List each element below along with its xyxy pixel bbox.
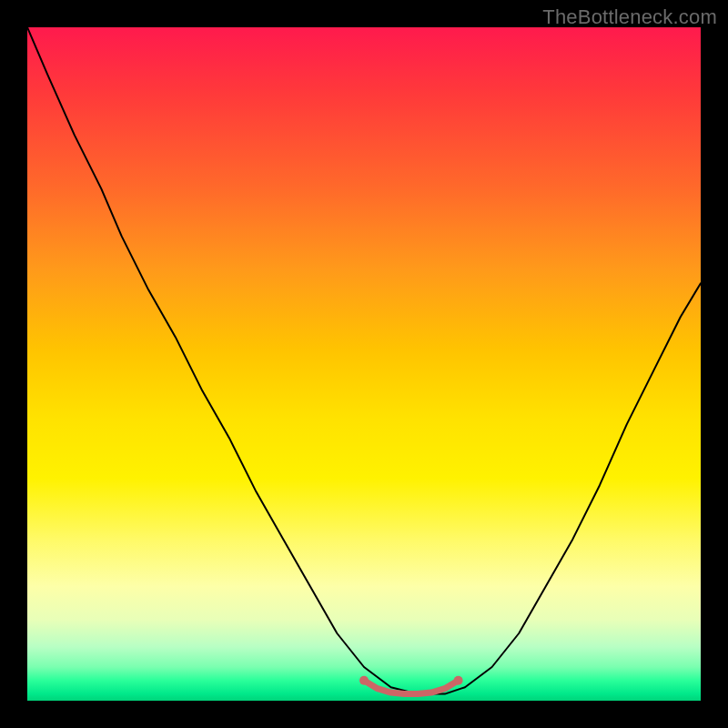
series-optimal-band xyxy=(364,681,459,694)
chart-frame: TheBottleneck.com xyxy=(0,0,728,728)
series-group xyxy=(27,27,701,694)
plot-area xyxy=(27,27,701,701)
chart-svg xyxy=(27,27,701,701)
marker-optimal-right-dot xyxy=(454,676,463,685)
watermark-text: TheBottleneck.com xyxy=(542,5,717,29)
marker-optimal-left-dot xyxy=(359,676,369,685)
series-bottleneck-curve xyxy=(27,27,701,694)
